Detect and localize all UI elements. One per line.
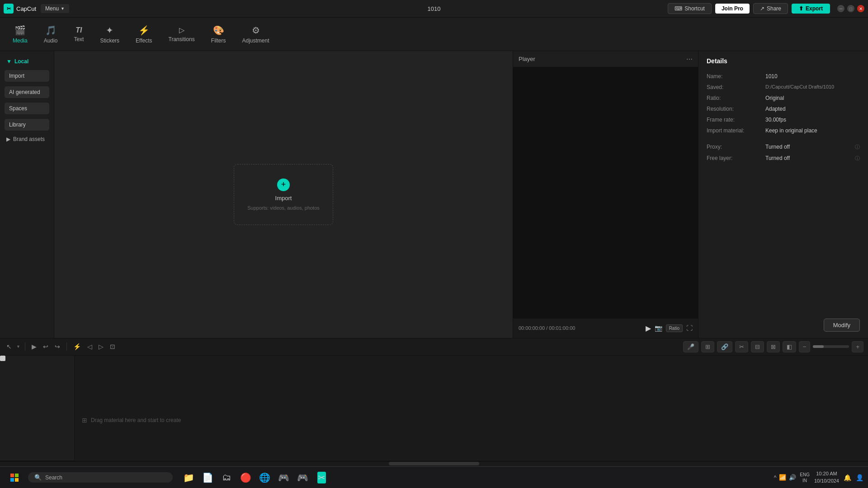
logo-icon: ✂: [4, 4, 14, 14]
modify-button[interactable]: Modify: [824, 319, 860, 332]
taskbar-app-files[interactable]: 🗂: [218, 469, 235, 486]
select-tool-chevron: ▼: [16, 344, 20, 349]
taskbar-app-6[interactable]: 🎮: [275, 469, 292, 486]
tab-effects-label: Effects: [136, 38, 152, 44]
taskbar-clock[interactable]: 10:20 AM 10/10/2024: [814, 470, 839, 484]
zoom-slider[interactable]: [813, 345, 849, 348]
taskbar-app-capcut[interactable]: ✂: [313, 469, 330, 486]
ai-generated-button[interactable]: AI generated: [5, 86, 49, 98]
tab-transitions[interactable]: ▷ Transitions: [160, 23, 203, 45]
tab-media[interactable]: 🎬 Media: [5, 22, 36, 47]
explorer-icon: 📁: [183, 472, 194, 483]
detail-row-resolution: Resolution: Adapted: [707, 103, 860, 114]
left-panel: ▼ Local Import AI generated Spaces Libra…: [0, 51, 54, 338]
detail-label-resolution: Resolution:: [707, 106, 765, 112]
chevron-down-icon: ▼: [6, 58, 12, 65]
tab-audio-label: Audio: [44, 38, 58, 44]
tab-audio[interactable]: 🎵 Audio: [36, 22, 66, 47]
play-timeline-button[interactable]: ▶: [30, 341, 38, 352]
zoom-out-button[interactable]: −: [799, 341, 811, 352]
system-tray-arrow[interactable]: ^: [774, 474, 777, 481]
player-timecode: 00:00:00:00 / 00:01:00:00: [519, 325, 575, 331]
tab-effects[interactable]: ⚡ Effects: [127, 22, 160, 47]
close-button[interactable]: ✕: [857, 5, 864, 12]
app4-icon: 🔴: [240, 472, 251, 483]
screenshot-button[interactable]: 📷: [655, 324, 662, 332]
details-panel: Details Name: 1010 Saved: D:/Capcutt/Cap…: [698, 51, 868, 338]
taskbar-app-notepad[interactable]: 📄: [199, 469, 216, 486]
brand-assets-item[interactable]: ▶ Brand assets: [0, 133, 54, 145]
detail-row-ratio: Ratio: Original: [707, 93, 860, 103]
tab-adjustment[interactable]: ⚙ Adjustment: [234, 22, 277, 47]
library-button[interactable]: Library: [5, 119, 49, 131]
split-button[interactable]: ⚡: [71, 341, 83, 352]
redo-button[interactable]: ↪: [53, 341, 62, 352]
titlebar: ✂ CapCut Menu ▼ 1010 ⌨ Shortcut Join Pro…: [0, 0, 868, 18]
share-button[interactable]: ↗ Share: [753, 3, 788, 14]
spaces-button[interactable]: Spaces: [5, 103, 49, 114]
detail-row-import-material: Import material: Keep in original place: [707, 125, 860, 136]
player-right-controls: ▶ 📷 Ratio ⛶: [646, 324, 693, 333]
info-icon-proxy: ⓘ: [855, 144, 860, 150]
fullscreen-button[interactable]: ⛶: [686, 324, 693, 332]
import-button[interactable]: Import: [5, 70, 49, 82]
layout-button[interactable]: ⊠: [767, 341, 780, 352]
detail-row-name: Name: 1010: [707, 71, 860, 82]
taskbar-app-explorer[interactable]: 📁: [180, 469, 197, 486]
adjustment-icon: ⚙: [252, 25, 260, 36]
tab-transitions-label: Transitions: [169, 36, 195, 42]
cut-button[interactable]: ✂: [735, 341, 748, 352]
scrollbar-thumb[interactable]: [389, 462, 479, 465]
trim-left-button[interactable]: ◁: [85, 341, 94, 352]
menu-button[interactable]: Menu ▼: [41, 4, 69, 13]
export-icon: ⬆: [799, 5, 803, 12]
taskbar-app-chrome[interactable]: 🌐: [256, 469, 273, 486]
select-tool-button[interactable]: ↖: [5, 341, 14, 352]
detail-label-ratio: Ratio:: [707, 95, 765, 101]
chrome-icon: 🌐: [259, 472, 270, 483]
start-button[interactable]: [5, 470, 24, 485]
tab-filters[interactable]: 🎨 Filters: [203, 22, 234, 47]
capcut-taskbar-icon: ✂: [317, 472, 326, 483]
main-toolbar: 🎬 Media 🎵 Audio TI Text ✦ Stickers ⚡ Eff…: [0, 18, 868, 51]
notification-bell-icon[interactable]: 🔔: [844, 474, 851, 481]
people-icon[interactable]: 👤: [856, 474, 863, 481]
import-drop-zone[interactable]: + Import Supports: videos, audios, photo…: [234, 164, 333, 225]
player-panel: Player ⋯ 00:00:00:00 / 00:01:00:00 ▶ 📷 R…: [513, 51, 698, 338]
taskbar-search-bar[interactable]: 🔍 Search: [28, 472, 173, 483]
filters-icon: 🎨: [213, 25, 224, 36]
mic-button[interactable]: 🎤: [683, 341, 698, 352]
files-icon: 🗂: [222, 472, 231, 483]
align-button[interactable]: ⊟: [751, 341, 764, 352]
details-title: Details: [707, 57, 860, 65]
shortcut-button[interactable]: ⌨ Shortcut: [668, 3, 712, 14]
notepad-icon: 📄: [202, 472, 213, 483]
drag-hint: ⊞ Drag material here and start to create: [82, 417, 181, 424]
tab-stickers[interactable]: ✦ Stickers: [92, 22, 127, 47]
play-button[interactable]: ▶: [646, 324, 651, 333]
snap-button[interactable]: ⊞: [701, 341, 714, 352]
crop-button[interactable]: ⊡: [108, 341, 117, 352]
link-button[interactable]: 🔗: [717, 341, 732, 352]
taskbar-app-4[interactable]: 🔴: [237, 469, 254, 486]
timeline-scrollbar[interactable]: [0, 460, 868, 466]
taskbar-app-xbox[interactable]: 🎮: [294, 469, 311, 486]
trim-right-button[interactable]: ▷: [97, 341, 105, 352]
player-video: [513, 67, 698, 318]
detail-row-proxy: Proxy: Turned off ⓘ: [707, 141, 860, 153]
player-menu-button[interactable]: ⋯: [686, 56, 693, 63]
timeline-toolbar: ↖ ▼ ▶ ↩ ↪ ⚡ ◁ ▷ ⊡ 🎤 ⊞ 🔗 ✂ ⊟ ⊠ ◧ − +: [0, 338, 868, 356]
volume-icon: 🔊: [789, 474, 796, 481]
maximize-button[interactable]: □: [847, 5, 854, 12]
settings-button[interactable]: ◧: [783, 341, 796, 352]
tab-text[interactable]: TI Text: [66, 23, 92, 45]
taskbar-search-text: Search: [45, 474, 62, 481]
xbox-icon: 🎮: [297, 472, 308, 483]
minimize-button[interactable]: ─: [837, 5, 844, 12]
tab-stickers-label: Stickers: [100, 38, 119, 44]
join-pro-button[interactable]: Join Pro: [715, 4, 750, 14]
zoom-in-button[interactable]: +: [852, 341, 863, 352]
undo-button[interactable]: ↩: [41, 341, 50, 352]
export-button[interactable]: ⬆ Export: [792, 4, 830, 14]
taskbar-time-display: 10:20 AM: [814, 470, 839, 477]
